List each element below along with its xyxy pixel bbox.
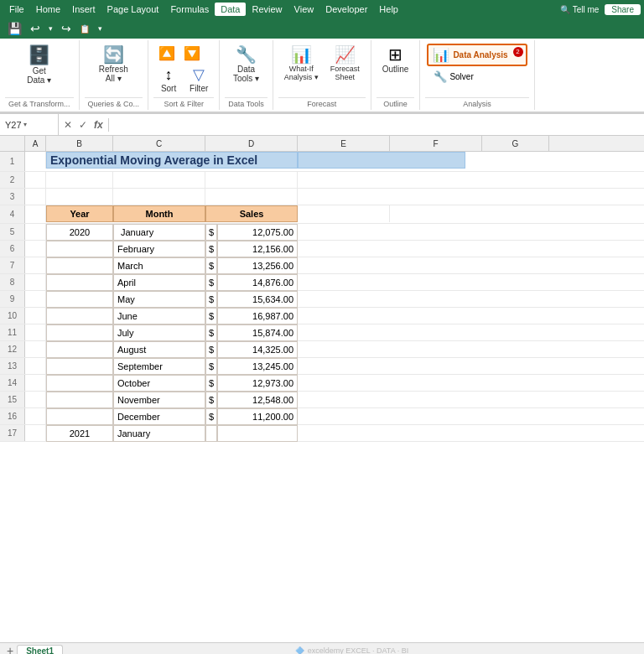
cell-c2[interactable] bbox=[113, 172, 205, 189]
cell-a12[interactable] bbox=[25, 341, 46, 358]
cell-sales-14[interactable]: 12,973.00 bbox=[217, 375, 298, 392]
cell-d1[interactable] bbox=[298, 152, 465, 169]
cell-month-header[interactable]: Month bbox=[113, 205, 205, 222]
menu-file[interactable]: File bbox=[3, 3, 30, 16]
save-button[interactable]: 💾 bbox=[5, 22, 24, 35]
cell-month-14[interactable]: October bbox=[113, 375, 205, 392]
cell-sales-11[interactable]: 15,874.00 bbox=[217, 324, 298, 341]
cell-a15[interactable] bbox=[25, 392, 46, 408]
cell-dollar-11[interactable]: $ bbox=[205, 324, 217, 341]
menu-pagelayout[interactable]: Page Layout bbox=[101, 3, 165, 16]
cell-sales-17[interactable] bbox=[217, 425, 298, 442]
insert-function-icon[interactable]: fx bbox=[92, 118, 105, 132]
cell-year-12[interactable] bbox=[46, 341, 113, 358]
cell-month-10[interactable]: June bbox=[113, 308, 205, 324]
menu-home[interactable]: Home bbox=[30, 3, 66, 16]
col-header-c[interactable]: C bbox=[113, 136, 205, 151]
cell-a2[interactable] bbox=[25, 172, 46, 189]
col-header-f[interactable]: F bbox=[390, 136, 482, 151]
cell-dollar-17[interactable] bbox=[205, 425, 217, 442]
cell-month-16[interactable]: December bbox=[113, 408, 205, 425]
cell-a7[interactable] bbox=[25, 257, 46, 274]
cell-month-7[interactable]: March bbox=[113, 257, 205, 274]
cell-month-13[interactable]: September bbox=[113, 358, 205, 375]
col-header-a[interactable]: A bbox=[25, 136, 46, 151]
cell-dollar-15[interactable]: $ bbox=[205, 392, 217, 408]
sheet-tab-1[interactable]: Sheet1 bbox=[17, 645, 63, 655]
forecast-sheet-button[interactable]: 📈 ForecastSheet bbox=[326, 44, 364, 84]
sort-az-button[interactable]: 🔼 bbox=[155, 44, 179, 63]
sort-za-button[interactable]: 🔽 bbox=[180, 44, 204, 63]
redo-button[interactable]: ↪ bbox=[59, 22, 74, 35]
cell-month-6[interactable]: February bbox=[113, 241, 205, 257]
cell-year-13[interactable] bbox=[46, 358, 113, 375]
formula-input[interactable] bbox=[109, 120, 644, 130]
cell-year-header[interactable]: Year bbox=[46, 205, 113, 222]
cell-a4[interactable] bbox=[25, 205, 46, 222]
cell-d2[interactable] bbox=[205, 172, 298, 189]
refresh-all-button[interactable]: 🔄 RefreshAll ▾ bbox=[95, 44, 132, 86]
cell-sales-6[interactable]: 12,156.00 bbox=[217, 241, 298, 257]
cell-month-12[interactable]: August bbox=[113, 341, 205, 358]
cell-year-17[interactable]: 2021 bbox=[46, 425, 113, 442]
cell-a6[interactable] bbox=[25, 241, 46, 257]
cell-a16[interactable] bbox=[25, 408, 46, 425]
cell-sales-9[interactable]: 15,634.00 bbox=[217, 291, 298, 308]
cell-dollar-12[interactable]: $ bbox=[205, 341, 217, 358]
cell-a1[interactable] bbox=[25, 152, 46, 169]
cell-month-5[interactable]: January bbox=[113, 224, 205, 241]
cell-dollar-16[interactable]: $ bbox=[205, 408, 217, 425]
cell-dollar-9[interactable]: $ bbox=[205, 291, 217, 308]
cell-sales-15[interactable]: 12,548.00 bbox=[217, 392, 298, 408]
cell-a5[interactable] bbox=[25, 224, 46, 241]
menu-insert[interactable]: Insert bbox=[66, 3, 101, 16]
cell-sales-5[interactable]: 12,075.00 bbox=[217, 224, 298, 241]
cell-year-16[interactable] bbox=[46, 408, 113, 425]
cell-ref-arrow[interactable]: ▾ bbox=[23, 121, 27, 128]
what-if-button[interactable]: 📊 What-IfAnalysis ▾ bbox=[280, 44, 323, 84]
cell-year-11[interactable] bbox=[46, 324, 113, 341]
cell-a17[interactable] bbox=[25, 425, 46, 442]
col-header-g[interactable]: G bbox=[482, 136, 549, 151]
cell-d3[interactable] bbox=[205, 189, 298, 205]
data-tools-button[interactable]: 🔧 DataTools ▾ bbox=[229, 44, 263, 86]
cell-a11[interactable] bbox=[25, 324, 46, 341]
cell-dollar-10[interactable]: $ bbox=[205, 308, 217, 324]
cell-a10[interactable] bbox=[25, 308, 46, 324]
cell-sales-16[interactable]: 11,200.00 bbox=[217, 408, 298, 425]
cell-dollar-8[interactable]: $ bbox=[205, 274, 217, 291]
cell-b1[interactable]: Exponential Moving Average in Excel bbox=[46, 152, 298, 169]
confirm-formula-icon[interactable]: ✓ bbox=[77, 118, 89, 132]
menu-share[interactable]: Share bbox=[605, 4, 641, 15]
cell-sales-header[interactable]: Sales bbox=[205, 205, 298, 222]
col-header-d[interactable]: D bbox=[205, 136, 298, 151]
add-sheet-button[interactable]: + bbox=[3, 644, 17, 655]
get-data-button[interactable]: 🗄️ GetData ▾ bbox=[23, 44, 56, 87]
cancel-formula-icon[interactable]: ✕ bbox=[62, 118, 74, 132]
menu-formulas[interactable]: Formulas bbox=[164, 3, 215, 16]
cell-month-8[interactable]: April bbox=[113, 274, 205, 291]
cell-a13[interactable] bbox=[25, 358, 46, 375]
cell-dollar-13[interactable]: $ bbox=[205, 358, 217, 375]
cell-b2[interactable] bbox=[46, 172, 113, 189]
cell-year-7[interactable] bbox=[46, 257, 113, 274]
cell-e4[interactable] bbox=[298, 205, 390, 222]
menu-data[interactable]: Data bbox=[215, 3, 246, 16]
more-button[interactable]: ▾ bbox=[96, 24, 105, 33]
outline-button[interactable]: ⊞ Outline bbox=[378, 44, 413, 76]
cell-dollar-7[interactable]: $ bbox=[205, 257, 217, 274]
cell-year-8[interactable] bbox=[46, 274, 113, 291]
cell-a14[interactable] bbox=[25, 375, 46, 392]
col-header-b[interactable]: B bbox=[46, 136, 113, 151]
cell-a3[interactable] bbox=[25, 189, 46, 205]
cell-dollar-5[interactable]: $ bbox=[205, 224, 217, 241]
cell-year-15[interactable] bbox=[46, 392, 113, 408]
menu-developer[interactable]: Developer bbox=[319, 3, 373, 16]
solver-button[interactable]: 🔧 Solver bbox=[430, 69, 476, 85]
menu-tellme[interactable]: 🔍 Tell me bbox=[554, 3, 605, 16]
cell-dollar-14[interactable]: $ bbox=[205, 375, 217, 392]
undo-button[interactable]: ↩ bbox=[28, 22, 43, 35]
cell-a8[interactable] bbox=[25, 274, 46, 291]
cell-c3[interactable] bbox=[113, 189, 205, 205]
cell-sales-10[interactable]: 16,987.00 bbox=[217, 308, 298, 324]
